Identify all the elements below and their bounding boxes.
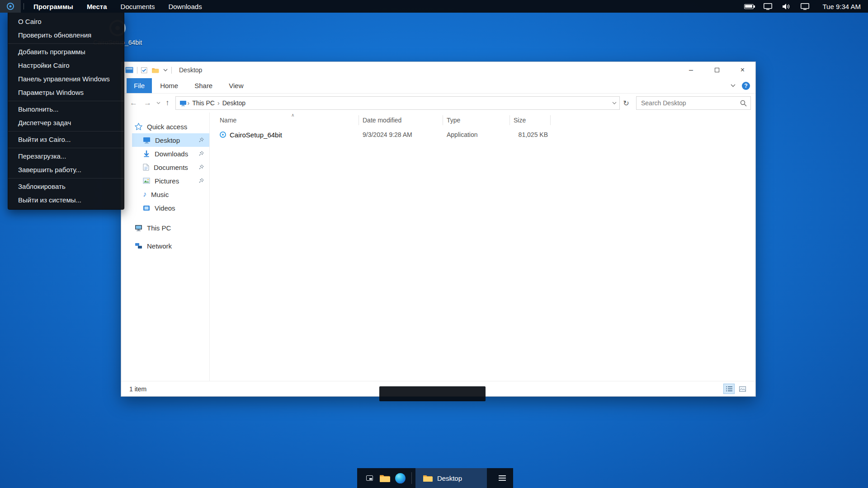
show-desktop-button[interactable] — [362, 468, 377, 488]
menu-item-exit-cairo[interactable]: Выйти из Cairo... — [8, 133, 124, 146]
menu-item-check-updates[interactable]: Проверить обновления — [8, 28, 124, 42]
navigation-pane: Quick access Desktop Downloads — [121, 113, 210, 381]
network-icon — [135, 243, 142, 249]
titlebar[interactable]: Desktop – × — [121, 62, 755, 78]
clock[interactable]: Tue 9:34 AM — [823, 3, 861, 10]
column-header-type[interactable]: Type — [443, 115, 510, 125]
sidebar-item-pictures[interactable]: Pictures — [121, 174, 209, 188]
sidebar-item-desktop[interactable]: Desktop — [132, 133, 209, 147]
close-button[interactable]: × — [730, 62, 755, 78]
cairo-menu-button[interactable] — [0, 0, 21, 13]
menu-item-cairo-settings[interactable]: Настройки Cairo — [8, 59, 124, 72]
menubar: Программы Места Documents Downloads Tue … — [0, 0, 868, 13]
taskbar: Desktop — [357, 468, 513, 488]
sidebar-item-quick-access[interactable]: Quick access — [121, 120, 209, 133]
column-header-size[interactable]: Size — [510, 115, 551, 125]
active-task-desktop[interactable]: Desktop — [415, 468, 487, 488]
location-mini-icon — [179, 100, 187, 106]
column-header-name[interactable]: Name — [210, 115, 359, 125]
address-bar[interactable]: › This PC › Desktop — [175, 96, 620, 110]
breadcrumb-desktop[interactable]: Desktop — [221, 99, 247, 107]
sidebar-label: Pictures — [155, 177, 179, 185]
sidebar-item-videos[interactable]: Videos — [121, 201, 209, 215]
address-dropdown-chevron-icon[interactable] — [612, 102, 617, 104]
titlebar-divider — [171, 67, 172, 74]
menu-item-windows-settings[interactable]: Параметры Windows — [8, 86, 124, 99]
minimize-button[interactable]: – — [678, 62, 704, 78]
display-cast-icon[interactable] — [764, 3, 772, 10]
folder-icon — [423, 474, 433, 482]
this-pc-computer-icon — [135, 225, 142, 231]
sidebar-label: Videos — [155, 204, 175, 212]
menu-item-restart[interactable]: Перезагрузка... — [8, 150, 124, 163]
column-header-date-modified[interactable]: Date modified — [359, 115, 443, 125]
taskbar-menu-button[interactable] — [496, 473, 509, 483]
menu-separator — [8, 43, 124, 44]
taskbar-divider — [411, 472, 412, 484]
tab-view[interactable]: View — [221, 78, 251, 93]
breadcrumb-chevron: › — [217, 99, 221, 107]
sidebar-label: Network — [147, 242, 172, 250]
breadcrumb-this-pc[interactable]: This PC — [190, 99, 217, 107]
window-controls: – × — [678, 62, 755, 78]
monitor-icon[interactable] — [801, 3, 809, 10]
large-icons-view-button[interactable] — [737, 384, 748, 394]
up-button[interactable]: ↑ — [162, 99, 173, 108]
menu-item-run[interactable]: Выполнить... — [8, 103, 124, 116]
menubar-item-documents[interactable]: Documents — [114, 0, 162, 13]
recent-locations-chevron-icon[interactable] — [155, 102, 162, 104]
help-button[interactable]: ? — [742, 82, 750, 90]
file-row-cairosetup[interactable]: CairoSetup_64bit 9/3/2024 9:28 AM Applic… — [210, 128, 755, 141]
menubar-item-programs[interactable]: Программы — [27, 0, 80, 13]
pin-icon — [199, 151, 204, 156]
properties-check-icon[interactable] — [141, 67, 147, 73]
menubar-item-places[interactable]: Места — [80, 0, 114, 13]
file-name: CairoSetup_64bit — [230, 131, 282, 139]
search-input[interactable] — [641, 99, 740, 107]
tab-share[interactable]: Share — [186, 78, 221, 93]
maximize-icon — [715, 68, 719, 72]
details-view-button[interactable] — [723, 384, 735, 394]
menu-item-add-programs[interactable]: Добавить программы — [8, 45, 124, 59]
menu-item-logoff[interactable]: Выйти из системы... — [8, 193, 124, 207]
menu-item-windows-control-panel[interactable]: Панель управления Windows — [8, 72, 124, 86]
back-button[interactable]: ← — [127, 99, 141, 108]
tab-home[interactable]: Home — [152, 78, 186, 93]
sidebar-label: Documents — [154, 164, 188, 171]
downloads-arrow-icon — [143, 150, 150, 157]
file-list: ∧ Name Date modified Type Size CairoSetu… — [210, 113, 755, 381]
sidebar-item-network[interactable]: Network — [121, 239, 209, 253]
menu-separator — [8, 101, 124, 101]
file-explorer-taskbar-button[interactable] — [377, 468, 392, 488]
edge-browser-taskbar-button[interactable] — [392, 468, 408, 488]
new-folder-icon[interactable] — [151, 67, 159, 73]
videos-film-icon — [143, 205, 150, 211]
view-buttons — [723, 384, 748, 394]
sort-ascending-caret-icon[interactable]: ∧ — [291, 113, 294, 117]
menu-item-task-manager[interactable]: Диспетчер задач — [8, 116, 124, 130]
maximize-button[interactable] — [704, 62, 730, 78]
search-box — [636, 96, 751, 110]
menubar-item-downloads[interactable]: Downloads — [161, 0, 208, 13]
menu-item-shutdown[interactable]: Завершить работу... — [8, 163, 124, 177]
desktop-monitor-icon — [143, 137, 151, 144]
pin-icon — [199, 137, 204, 142]
sidebar-item-this-pc[interactable]: This PC — [121, 221, 209, 235]
tab-file[interactable]: File — [127, 78, 152, 93]
menu-item-lock[interactable]: Заблокировать — [8, 180, 124, 193]
expand-ribbon-chevron-icon[interactable] — [731, 84, 736, 87]
volume-icon[interactable] — [782, 3, 791, 10]
battery-icon[interactable] — [744, 4, 754, 9]
refresh-button[interactable]: ↻ — [620, 99, 632, 108]
menu-item-about-cairo[interactable]: О Cairo — [8, 15, 124, 28]
forward-button[interactable]: → — [141, 99, 155, 108]
search-icon[interactable] — [740, 100, 747, 107]
sidebar-spacer — [121, 235, 209, 239]
sidebar-item-music[interactable]: ♪ Music — [121, 188, 209, 201]
file-name-cell: CairoSetup_64bit — [210, 131, 359, 139]
sidebar-item-downloads[interactable]: Downloads — [121, 147, 209, 160]
explorer-window-icon — [125, 67, 133, 73]
sidebar-item-documents[interactable]: Documents — [121, 160, 209, 174]
customize-qat-chevron-icon[interactable] — [163, 69, 168, 71]
show-desktop-icon — [366, 475, 373, 481]
